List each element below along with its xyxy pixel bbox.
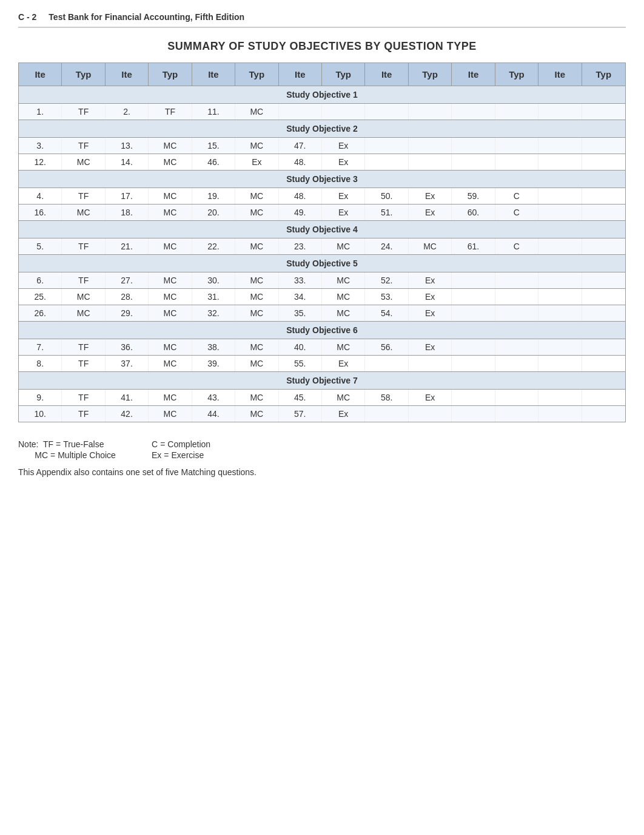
cell-obj1-r0-c11 bbox=[495, 104, 538, 120]
cell-obj6-r0-c2: 36. bbox=[106, 339, 149, 355]
cell-obj2-r0-c0: 3. bbox=[19, 138, 62, 154]
cell-obj6-r1-c5: MC bbox=[235, 356, 278, 371]
col-header-7: Typ bbox=[322, 63, 365, 86]
appendix-note: This Appendix also contains one set of f… bbox=[18, 467, 626, 477]
col-header-10: Ite bbox=[452, 63, 495, 86]
cell-obj7-r1-c8 bbox=[365, 406, 408, 422]
cell-obj6-r0-c5: MC bbox=[235, 339, 278, 355]
study-obj-label-2: Study Objective 2 bbox=[19, 120, 625, 137]
cell-obj6-r0-c0: 7. bbox=[19, 339, 62, 355]
summary-table: IteTypIteTypIteTypIteTypIteTypIteTypIteT… bbox=[18, 63, 626, 422]
cell-obj1-r0-c7 bbox=[322, 104, 365, 120]
cell-obj5-r2-c2: 29. bbox=[106, 305, 149, 321]
cell-obj6-r0-c8: 56. bbox=[365, 339, 408, 355]
cell-obj6-r1-c12 bbox=[538, 356, 582, 371]
note-ex-val: Exercise bbox=[172, 450, 204, 460]
cell-obj7-r0-c7: MC bbox=[322, 390, 365, 405]
cell-obj5-r2-c1: MC bbox=[62, 305, 105, 321]
cell-obj4-r0-c8: 24. bbox=[365, 238, 408, 254]
cell-obj7-r0-c13 bbox=[582, 390, 625, 405]
cell-obj1-r0-c1: TF bbox=[62, 104, 105, 120]
cell-obj2-r0-c11 bbox=[495, 138, 538, 154]
cell-obj5-r0-c9: Ex bbox=[409, 272, 452, 288]
cell-obj7-r1-c1: TF bbox=[62, 406, 105, 422]
cell-obj5-r2-c10 bbox=[452, 305, 495, 321]
col-header-9: Typ bbox=[409, 63, 452, 86]
cell-obj7-r1-c11 bbox=[495, 406, 538, 422]
cell-obj3-r0-c4: 19. bbox=[192, 188, 235, 204]
note-label: Note: TF bbox=[18, 439, 53, 449]
col-header-8: Ite bbox=[365, 63, 408, 86]
cell-obj5-r2-c4: 32. bbox=[192, 305, 235, 321]
cell-obj5-r2-c7: MC bbox=[322, 305, 365, 321]
cell-obj7-r0-c0: 9. bbox=[19, 390, 62, 405]
cell-obj2-r1-c4: 46. bbox=[192, 154, 235, 170]
cell-obj2-r0-c8 bbox=[365, 138, 408, 154]
cell-obj3-r0-c2: 17. bbox=[106, 188, 149, 204]
cell-obj6-r0-c10 bbox=[452, 339, 495, 355]
data-row-obj3-r0: 4.TF17.MC19.MC48.Ex50.Ex59.C bbox=[18, 188, 626, 205]
cell-obj5-r1-c6: 34. bbox=[279, 289, 322, 305]
cell-obj7-r0-c3: MC bbox=[149, 390, 192, 405]
cell-obj5-r1-c9: Ex bbox=[409, 289, 452, 305]
study-obj-row-1: Study Objective 1 bbox=[18, 86, 626, 104]
cell-obj6-r1-c11 bbox=[495, 356, 538, 371]
cell-obj1-r0-c12 bbox=[538, 104, 582, 120]
cell-obj4-r0-c7: MC bbox=[322, 238, 365, 254]
cell-obj2-r1-c5: Ex bbox=[235, 154, 278, 170]
cell-obj2-r1-c3: MC bbox=[149, 154, 192, 170]
cell-obj3-r0-c7: Ex bbox=[322, 188, 365, 204]
cell-obj3-r1-c12 bbox=[538, 205, 582, 220]
cell-obj6-r1-c2: 37. bbox=[106, 356, 149, 371]
note-c-key: C bbox=[152, 439, 158, 449]
cell-obj7-r1-c0: 10. bbox=[19, 406, 62, 422]
cell-obj5-r0-c2: 27. bbox=[106, 272, 149, 288]
cell-obj2-r1-c6: 48. bbox=[279, 154, 322, 170]
cell-obj7-r1-c10 bbox=[452, 406, 495, 422]
cell-obj7-r0-c5: MC bbox=[235, 390, 278, 405]
cell-obj2-r0-c6: 47. bbox=[279, 138, 322, 154]
cell-obj6-r0-c1: TF bbox=[62, 339, 105, 355]
cell-obj7-r1-c6: 57. bbox=[279, 406, 322, 422]
cell-obj5-r1-c8: 53. bbox=[365, 289, 408, 305]
cell-obj5-r0-c12 bbox=[538, 272, 582, 288]
cell-obj2-r0-c3: MC bbox=[149, 138, 192, 154]
cell-obj3-r1-c9: Ex bbox=[409, 205, 452, 220]
cell-obj3-r0-c6: 48. bbox=[279, 188, 322, 204]
cell-obj5-r1-c11 bbox=[495, 289, 538, 305]
cell-obj7-r0-c9: Ex bbox=[409, 390, 452, 405]
study-obj-label-1: Study Objective 1 bbox=[19, 86, 625, 103]
col-header-12: Ite bbox=[538, 63, 582, 86]
cell-obj2-r1-c7: Ex bbox=[322, 154, 365, 170]
cell-obj3-r1-c5: MC bbox=[235, 205, 278, 220]
data-row-obj3-r1: 16.MC18.MC20.MC49.Ex51.Ex60.C bbox=[18, 205, 626, 221]
cell-obj2-r0-c2: 13. bbox=[106, 138, 149, 154]
cell-obj2-r1-c0: 12. bbox=[19, 154, 62, 170]
notes-grid: Note: TF = True-False C = Completion MC … bbox=[18, 439, 626, 460]
chapter-label: C - 2 bbox=[18, 12, 36, 22]
data-row-obj5-r0: 6.TF27.MC30.MC33.MC52.Ex bbox=[18, 272, 626, 289]
study-obj-row-6: Study Objective 6 bbox=[18, 322, 626, 339]
cell-obj5-r1-c1: MC bbox=[62, 289, 105, 305]
data-row-obj2-r1: 12.MC14.MC46.Ex48.Ex bbox=[18, 154, 626, 171]
cell-obj4-r0-c13 bbox=[582, 238, 625, 254]
cell-obj3-r0-c1: TF bbox=[62, 188, 105, 204]
cell-obj5-r0-c3: MC bbox=[149, 272, 192, 288]
cell-obj1-r0-c10 bbox=[452, 104, 495, 120]
cell-obj1-r0-c9 bbox=[409, 104, 452, 120]
cell-obj7-r1-c3: MC bbox=[149, 406, 192, 422]
cell-obj3-r1-c3: MC bbox=[149, 205, 192, 220]
book-title: Test Bank for Financial Accounting, Fift… bbox=[49, 12, 244, 22]
cell-obj2-r0-c12 bbox=[538, 138, 582, 154]
data-row-obj5-r2: 26.MC29.MC32.MC35.MC54.Ex bbox=[18, 305, 626, 322]
cell-obj4-r0-c10: 61. bbox=[452, 238, 495, 254]
cell-obj3-r1-c2: 18. bbox=[106, 205, 149, 220]
cell-obj2-r1-c10 bbox=[452, 154, 495, 170]
data-row-obj7-r1: 10.TF42.MC44.MC57.Ex bbox=[18, 406, 626, 422]
col-header-4: Ite bbox=[192, 63, 235, 86]
cell-obj5-r2-c13 bbox=[582, 305, 625, 321]
col-header-0: Ite bbox=[19, 63, 62, 86]
cell-obj2-r1-c8 bbox=[365, 154, 408, 170]
cell-obj3-r1-c0: 16. bbox=[19, 205, 62, 220]
note-tf-val: True-False bbox=[63, 439, 104, 449]
